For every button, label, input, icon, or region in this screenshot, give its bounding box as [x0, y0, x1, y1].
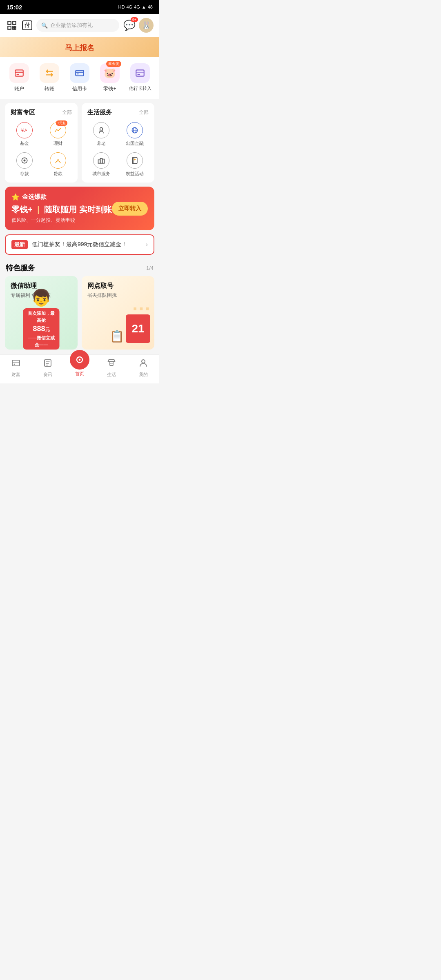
life-icons-grid: 养老 出国金融 — [87, 122, 149, 177]
search-icon: 🔍 — [41, 22, 48, 29]
svg-rect-1 — [13, 21, 16, 24]
svg-rect-9 — [77, 74, 79, 74]
rights-label: 权益活动 — [126, 171, 144, 177]
other-bank-label: 他行卡转入 — [129, 85, 151, 91]
finance-label: 理财 — [53, 140, 62, 147]
overseas-label: 出国金融 — [126, 140, 144, 147]
top-banner[interactable]: 马上报名 — [0, 37, 159, 57]
notice-arrow-icon: › — [146, 241, 148, 248]
battery-icon: 48 — [148, 4, 153, 9]
pension-icon — [93, 122, 109, 138]
life-title: 生活服务 — [87, 109, 112, 116]
wealth-header: 财富专区 全部 — [11, 109, 72, 116]
svg-point-29 — [142, 360, 145, 363]
svg-rect-22 — [12, 360, 20, 366]
wealth-all[interactable]: 全部 — [62, 109, 72, 116]
wealth-nav-icon — [11, 358, 21, 370]
quick-item-creditcard[interactable]: 信用卡 — [67, 63, 93, 92]
promo-highlight: 随取随用 实时到账 — [44, 205, 112, 214]
quick-item-other-bank[interactable]: 他行卡转入 — [127, 63, 153, 92]
pension-item[interactable]: 养老 — [87, 122, 115, 147]
fund-label: 基金 — [20, 140, 29, 147]
quick-item-wallet[interactable]: 🐷 薪金煲 零钱+ — [97, 63, 123, 92]
wealth-icons-grid: ¥ 基金 1元起 理财 — [11, 122, 72, 177]
city-item[interactable]: 城市服务 — [87, 152, 115, 177]
loan-label: 贷款 — [53, 171, 62, 177]
nav-item-mine[interactable]: 我的 — [131, 358, 156, 378]
svg-rect-0 — [8, 21, 11, 24]
other-bank-icon — [130, 63, 150, 83]
finance-item[interactable]: 1元起 理财 — [44, 122, 72, 147]
search-text: 企业微信添加有礼 — [50, 22, 93, 29]
special-services-header: 特色服务 1/4 — [0, 259, 159, 276]
loan-item[interactable]: ¥ 贷款 — [44, 152, 72, 177]
finance-icon: 1元起 — [50, 122, 66, 138]
promo-separator: | — [37, 205, 40, 214]
chat-icon-wrapper[interactable]: 💬 9+ — [123, 20, 136, 31]
rights-item[interactable]: 权益活动 — [121, 152, 149, 177]
overseas-item[interactable]: 出国金融 — [121, 122, 149, 147]
svg-point-27 — [79, 359, 81, 361]
life-header: 生活服务 全部 — [87, 109, 149, 116]
services-row: 财富专区 全部 ¥ 基金 1元起 理财 — [0, 99, 159, 187]
status-bar: 15:02 HD 4G 4G ▲ 48 — [0, 0, 159, 14]
avatar[interactable]: 🐰 — [139, 18, 154, 33]
qr-scan-icon[interactable] — [6, 19, 18, 31]
avatar-image: 🐰 — [142, 21, 151, 30]
deposit-label: 存款 — [20, 171, 29, 177]
feature-card-branch[interactable]: 网点取号 省去排队困扰 … 21 📋 — [82, 276, 154, 350]
account-label: 账户 — [14, 85, 24, 92]
network-icon: HD — [118, 4, 125, 9]
promo-tag: 金选爆款 — [22, 193, 47, 201]
bottom-nav: 财富 资讯 首页 生活 — [0, 354, 159, 383]
svg-rect-7 — [15, 70, 23, 76]
svg-rect-3 — [13, 26, 14, 27]
pay-button[interactable]: 付 — [22, 20, 32, 30]
overseas-icon — [127, 122, 143, 138]
promo-banner[interactable]: ⭐ 金选爆款 零钱+ | 随取随用 实时到账 低风险、一分起投、灵活申赎 立即转… — [5, 187, 154, 230]
wifi-icon: ▲ — [142, 4, 146, 9]
nav-item-wealth[interactable]: 财富 — [4, 358, 28, 378]
nav-item-life[interactable]: 生活 — [99, 358, 124, 378]
life-all[interactable]: 全部 — [139, 109, 149, 116]
life-nav-label: 生活 — [107, 372, 116, 378]
pension-label: 养老 — [97, 140, 106, 147]
status-icons: HD 4G 4G ▲ 48 — [118, 4, 153, 9]
quick-item-account[interactable]: 账户 — [6, 63, 32, 92]
fund-item[interactable]: ¥ 基金 — [11, 122, 38, 147]
promo-top: ⭐ 金选爆款 — [11, 193, 148, 201]
signal-4g2-icon: 4G — [134, 4, 140, 9]
wealth-title: 财富专区 — [11, 109, 35, 116]
wallet-label: 零钱+ — [103, 85, 116, 92]
quick-item-transfer[interactable]: 转账 — [36, 63, 62, 92]
deposit-item[interactable]: 存款 — [11, 152, 38, 177]
wealth-nav-label: 财富 — [11, 372, 20, 378]
creditcard-icon — [70, 63, 89, 83]
wallet-icon: 🐷 薪金煲 — [100, 63, 120, 83]
search-bar[interactable]: 🔍 企业微信添加有礼 — [36, 19, 119, 32]
promo-transfer-btn[interactable]: 立即转入 — [112, 202, 148, 216]
transfer-label: 转账 — [45, 85, 54, 92]
creditcard-label: 信用卡 — [72, 85, 87, 92]
wealth-card: 财富专区 全部 ¥ 基金 1元起 理财 — [5, 103, 78, 183]
news-nav-label: 资讯 — [43, 372, 52, 378]
promo-main-text: 零钱+ — [11, 205, 33, 214]
promo-sub: 低风险、一分起投、灵活申赎 — [11, 217, 148, 224]
status-time: 15:02 — [7, 4, 22, 11]
nav-item-home[interactable]: 首页 — [67, 358, 92, 378]
notice-bar[interactable]: 最新 低门槛抽奖！最高999元微信立减金！ › — [5, 234, 154, 255]
transfer-icon — [40, 63, 59, 83]
mine-nav-label: 我的 — [139, 372, 148, 378]
svg-rect-8 — [76, 71, 84, 76]
svg-rect-6 — [15, 28, 16, 29]
rights-icon — [127, 152, 143, 169]
home-nav-label: 首页 — [75, 371, 84, 377]
nav-item-news[interactable]: 资讯 — [36, 358, 60, 378]
home-center-btn[interactable] — [70, 350, 89, 370]
banner-title: 马上报名 — [65, 44, 94, 52]
feature-card-assistant[interactable]: 微信助理 专属福利 免费领取 👦 首次添加，最高抢 888元 ——微信立减金—— — [5, 276, 78, 350]
svg-text:¥: ¥ — [21, 127, 24, 133]
news-nav-icon — [43, 358, 53, 370]
fund-icon: ¥ — [16, 122, 33, 138]
finance-badge: 1元起 — [56, 120, 67, 126]
